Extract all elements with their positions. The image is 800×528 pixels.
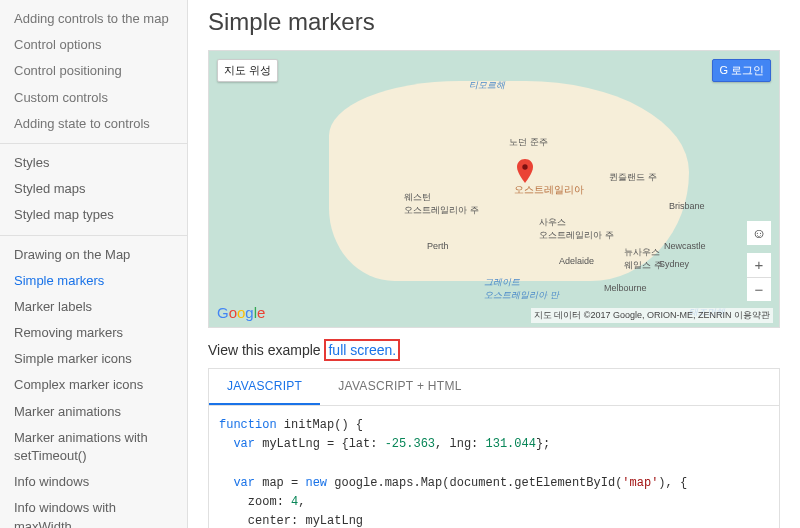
sidebar-item[interactable]: Complex marker icons [0,372,187,398]
sidebar-item[interactable]: Adding state to controls [0,111,187,137]
svg-point-0 [522,164,527,169]
sea-label: 그레이트 오스트레일리아 만 [484,276,559,302]
sidebar-group-controls: Adding controls to the mapControl option… [0,0,187,144]
city-label: 노던 준주 [509,136,548,149]
city-label: Newcastle [664,241,706,251]
sidebar-item[interactable]: Control positioning [0,58,187,84]
city-label: Sydney [659,259,689,269]
page-title: Simple markers [208,8,780,36]
sidebar-item[interactable]: Adding controls to the map [0,6,187,32]
sidebar-group-styles: StylesStyled mapsStyled map types [0,144,187,236]
view-example-prefix: View this example [208,342,324,358]
city-label: Adelaide [559,256,594,266]
sidebar-item[interactable]: Info windows with maxWidth [0,495,187,528]
sidebar-item[interactable]: Marker animations with setTimeout() [0,425,187,469]
code-tabs: JAVASCRIPT JAVASCRIPT + HTML [208,368,780,406]
city-label: 웨스턴 오스트레일리아 주 [404,191,479,217]
map-login-button[interactable]: G 로그인 [712,59,771,82]
sidebar-item[interactable]: Control options [0,32,187,58]
city-label: 퀸즐랜드 주 [609,171,657,184]
sidebar-item[interactable]: Simple marker icons [0,346,187,372]
tab-javascript[interactable]: JAVASCRIPT [209,369,320,405]
zoom-in-button[interactable]: + [747,253,771,277]
zoom-controls: + − [747,253,771,301]
sidebar-item[interactable]: Styled map types [0,202,187,228]
map-embed[interactable]: 지도 위성 G 로그인 오스트레일리아 노던 준주 웨스턴 오스트레일리아 주 … [208,50,780,328]
sidebar-item[interactable]: Drawing on the Map [0,242,187,268]
city-label: 뉴사우스 웨일스 주 [624,246,663,272]
google-logo: Google [217,304,265,321]
map-marker-icon[interactable] [517,159,533,183]
city-label: Brisbane [669,201,705,211]
sidebar-item[interactable]: Simple markers [0,268,187,294]
code-sample: function initMap() { var myLatLng = {lat… [208,406,780,528]
pegman-icon[interactable]: ☺ [747,221,771,245]
fullscreen-link[interactable]: full screen. [324,339,400,361]
sidebar-item[interactable]: Styles [0,150,187,176]
sidebar-item[interactable]: Marker animations [0,399,187,425]
tab-javascript-html[interactable]: JAVASCRIPT + HTML [320,369,479,405]
city-label: Perth [427,241,449,251]
zoom-out-button[interactable]: − [747,277,771,301]
sidebar-item[interactable]: Styled maps [0,176,187,202]
map-type-toggle[interactable]: 지도 위성 [217,59,278,82]
sidebar[interactable]: Adding controls to the mapControl option… [0,0,188,528]
sidebar-item[interactable]: Info windows [0,469,187,495]
view-example-line: View this example full screen. [208,342,780,358]
city-label: 사우스 오스트레일리아 주 [539,216,614,242]
sidebar-item[interactable]: Marker labels [0,294,187,320]
city-label: Melbourne [604,283,647,293]
sidebar-group-drawing: Drawing on the MapSimple markersMarker l… [0,236,187,529]
map-attribution[interactable]: 지도 데이터 ©2017 Google, ORION-ME, ZENRIN 이용… [531,308,773,323]
sidebar-item[interactable]: Removing markers [0,320,187,346]
sea-label: 티모르해 [469,79,505,92]
sidebar-item[interactable]: Custom controls [0,85,187,111]
map-country-label: 오스트레일리아 [514,183,584,197]
main-content: Simple markers 지도 위성 G 로그인 오스트레일리아 노던 준주… [188,0,800,528]
